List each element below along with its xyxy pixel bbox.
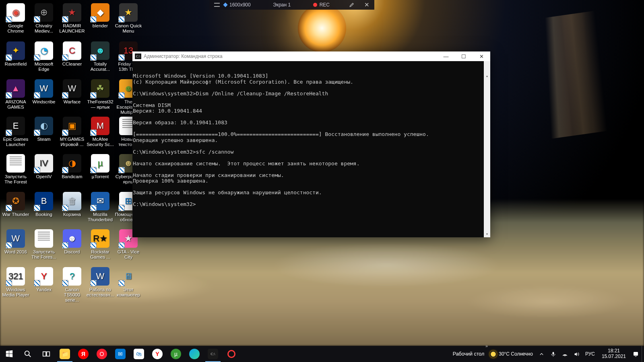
desktop-switcher[interactable]: Рабочий стол <box>450 346 487 362</box>
taskbar-mail[interactable]: ✉ <box>111 346 130 362</box>
app-icon: ◑ <box>63 154 81 173</box>
desktop-icon[interactable]: IVOpenIV <box>29 154 58 179</box>
taskbar-file-explorer[interactable]: 📁 <box>56 346 74 362</box>
taskbar-edge[interactable] <box>185 346 204 362</box>
desktop-icon[interactable]: Запустить The Forest <box>1 154 30 185</box>
desktop-icon[interactable]: ◔Microsoft Edge <box>29 41 58 72</box>
desktop-icon[interactable]: R★Rockstar Games ... <box>86 229 115 260</box>
command-prompt-window: Администратор: Командная строка — ☐ ✕ Mi… <box>132 51 490 237</box>
app-icon: ★ <box>63 3 81 22</box>
desktop-icon[interactable]: ◉Google Chrome <box>1 3 30 34</box>
desktop-icon[interactable]: ◐Steam <box>29 117 58 142</box>
desktop-icon[interactable]: CCCleaner <box>58 41 87 67</box>
desktop-icon[interactable]: Запустить The Fores... <box>29 229 58 260</box>
taskbar-utorrent[interactable]: µ <box>167 346 185 362</box>
cmd-minimize-button[interactable]: — <box>437 51 455 61</box>
desktop-icon[interactable]: WWindscribe <box>29 79 58 105</box>
tray-notifications-button[interactable] <box>630 346 642 362</box>
desktop-icon-label: GTA - Vice City <box>114 249 143 260</box>
app-icon: Y <box>35 267 53 286</box>
app-icon: R★ <box>91 229 109 248</box>
cmd-maximize-button[interactable]: ☐ <box>455 51 473 61</box>
desktop-icon[interactable]: 321Windows Media Player <box>1 267 30 298</box>
recorder-edit-icon[interactable] <box>344 0 359 10</box>
tray-volume-icon[interactable] <box>571 346 582 362</box>
tray-network-icon[interactable] <box>559 346 571 362</box>
recorder-screen-label[interactable]: Экран 1 <box>256 0 308 10</box>
search-button[interactable] <box>19 346 37 362</box>
taskbar-opera[interactable]: O <box>93 346 111 362</box>
desktop-icon[interactable]: ★RADMIR LAUNCHER <box>58 3 87 34</box>
app-icon: W <box>6 229 25 248</box>
recorder-menu-icon[interactable] <box>209 0 219 10</box>
weather-widget[interactable]: 30°C Солнечно <box>487 346 536 362</box>
desktop-icon[interactable]: MMcAfee Security Sc... <box>86 117 115 147</box>
tray-clock[interactable]: 18:2115.07.2021 <box>598 348 630 360</box>
desktop-icon-label: Epic Games Launcher <box>1 137 30 147</box>
desktop-icon-label: CCleaner <box>58 62 87 67</box>
taskbar-bandicam[interactable] <box>222 346 241 362</box>
desktop-icon[interactable]: YYandex <box>29 267 58 292</box>
desktop-icon[interactable]: ?Canon TS5000 serie... <box>58 267 87 303</box>
chevron-up-icon <box>539 351 545 357</box>
desktop-icon[interactable]: ▲ARIZONA GAMES <box>1 79 30 110</box>
taskbar: 📁 Я O ✉ 🛍 Y µ C:\ Рабочий стол 30°C Солн… <box>0 346 644 362</box>
desktop-icon-label: RADMIR LAUNCHER <box>58 23 87 34</box>
cmd-titlebar[interactable]: Администратор: Командная строка — ☐ ✕ <box>132 51 490 61</box>
app-icon: ✦ <box>6 41 25 60</box>
task-view-icon <box>42 350 51 358</box>
desktop-icon[interactable]: ★Canon Quick Menu <box>114 3 143 34</box>
app-icon: ✉ <box>91 192 109 210</box>
app-icon: W <box>63 79 81 98</box>
desktop-icon-label: McAfee Security Sc... <box>86 137 115 147</box>
cmd-scrollbar[interactable]: ▴ ▾ <box>484 61 490 237</box>
desktop-icon[interactable]: ☘TheForest32 — ярлык <box>86 79 115 110</box>
recorder-close-icon[interactable]: ✕ <box>359 0 374 10</box>
app-icon <box>35 229 53 248</box>
cmd-output[interactable]: Microsoft Windows [Version 10.0.19041.10… <box>132 61 490 237</box>
svg-rect-1 <box>43 352 46 356</box>
show-desktop-button[interactable] <box>642 346 644 362</box>
desktop-icon-label: Rockstar Games ... <box>86 249 115 260</box>
app-icon: ⊕ <box>35 3 53 22</box>
desktop-icon[interactable]: WWord 2016 <box>1 229 30 255</box>
desktop-icon[interactable]: ⊕Chivalry Mediev... <box>29 3 58 34</box>
tray-overflow-button[interactable] <box>536 346 547 362</box>
desktop-icon[interactable]: ✦Ravenfield <box>1 41 30 67</box>
desktop-icon[interactable]: 🗑Корзина <box>58 192 87 217</box>
desktop-icon[interactable]: 🖥Этот компьютер <box>114 267 143 298</box>
taskbar-yandex[interactable]: Я <box>74 346 93 362</box>
desktop-icon[interactable]: µµTorrent <box>86 154 115 179</box>
desktop-icon[interactable]: ☻Totally Accurat... <box>86 41 115 72</box>
desktop-icon[interactable]: ◑Bandicam <box>58 154 87 179</box>
taskbar-store[interactable]: 🛍 <box>130 346 148 362</box>
desktop-icon-label: Yandex <box>29 287 58 292</box>
desktop-icon-label: Warface <box>58 99 87 105</box>
taskbar-yandex-browser[interactable]: Y <box>148 346 167 362</box>
recorder-screenshot-button[interactable] <box>334 0 344 10</box>
desktop-icon[interactable]: ✉Mozilla Thunderbird <box>86 192 115 222</box>
desktop-icon[interactable]: BBooking <box>29 192 58 217</box>
windows-logo-icon <box>5 350 14 358</box>
desktop-icon[interactable]: WРабота по естествозн... <box>86 267 115 298</box>
desktop-icon-label: Chivalry Mediev... <box>29 23 58 34</box>
desktop-icon-label: Google Chrome <box>1 23 30 34</box>
desktop-icon[interactable]: ✪War Thunder <box>1 192 30 217</box>
task-view-button[interactable] <box>37 346 56 362</box>
app-icon: ★ <box>119 3 138 22</box>
start-button[interactable] <box>0 346 19 362</box>
recorder-rec-button[interactable]: REC <box>308 0 334 10</box>
tray-language[interactable]: РУС <box>582 346 598 362</box>
scroll-down-icon[interactable]: ▾ <box>484 231 490 237</box>
desktop-icon[interactable]: ◆blender <box>86 3 115 29</box>
tray-microphone-icon[interactable] <box>547 346 559 362</box>
scroll-up-icon[interactable]: ▴ <box>484 73 490 79</box>
desktop-icon[interactable]: WWarface <box>58 79 87 105</box>
desktop-icon[interactable]: ▣MY.GAMES Игровой ... <box>58 117 87 147</box>
app-icon: ☻ <box>63 229 81 248</box>
desktop-icon-label: Microsoft Edge <box>29 62 58 72</box>
taskbar-cmd[interactable]: C:\ <box>204 346 222 362</box>
desktop-icon[interactable]: EEpic Games Launcher <box>1 117 30 147</box>
desktop-icon[interactable]: ☻Discord <box>58 229 87 255</box>
cmd-close-button[interactable]: ✕ <box>473 51 490 61</box>
